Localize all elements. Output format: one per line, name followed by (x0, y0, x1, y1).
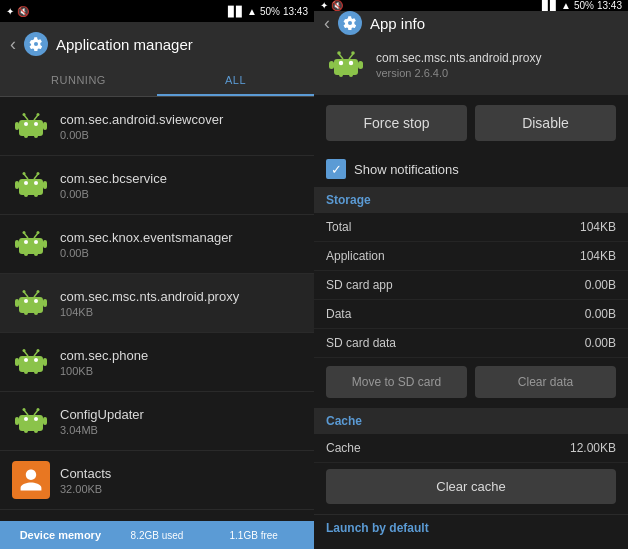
back-button[interactable]: ‹ (10, 34, 16, 55)
svg-rect-12 (15, 181, 19, 189)
cache-value: 12.00KB (570, 441, 616, 455)
svg-rect-4 (34, 129, 38, 138)
storage-row-total: Total 104KB (314, 213, 628, 242)
clear-cache-button[interactable]: Clear cache (326, 469, 616, 504)
svg-rect-0 (19, 120, 43, 136)
svg-rect-81 (349, 68, 353, 77)
svg-point-61 (34, 417, 38, 421)
tab-running[interactable]: RUNNING (0, 66, 157, 96)
disable-button[interactable]: Disable (475, 105, 616, 141)
app-list[interactable]: com.sec.android.sviewcover 0.00B (0, 97, 314, 521)
app-info-4: com.sec.phone 100KB (60, 348, 148, 377)
app-detail-version: version 2.6.4.0 (376, 67, 541, 79)
storage-value-total: 104KB (580, 220, 616, 234)
cache-label: Cache (326, 441, 361, 455)
storage-label-sdcard: SD card app (326, 278, 393, 292)
app-icon-4 (12, 343, 50, 381)
svg-rect-25 (24, 247, 28, 256)
app-detail-header: com.sec.msc.nts.android.proxy version 2.… (314, 35, 628, 95)
app-size-0: 0.00B (60, 129, 223, 141)
storage-row-application: Application 104KB (314, 242, 628, 271)
right-bluetooth-icon: ✦ (320, 0, 328, 11)
storage-row-sdcard: SD card app 0.00B (314, 271, 628, 300)
app-size-6: 32.00KB (60, 483, 111, 495)
clear-data-button[interactable]: Clear data (475, 366, 616, 398)
storage-value-sdcard: 0.00B (585, 278, 616, 292)
notifications-row[interactable]: ✓ Show notifications (314, 151, 628, 187)
svg-rect-14 (24, 188, 28, 197)
battery-text: 50% (260, 6, 280, 17)
tab-all[interactable]: ALL (157, 66, 314, 96)
mute-icon: 🔇 (17, 6, 29, 17)
action-buttons-row: Force stop Disable (314, 95, 628, 151)
left-header-title: Application manager (56, 36, 193, 53)
svg-point-39 (34, 299, 38, 303)
svg-point-64 (23, 408, 26, 411)
app-info-1: com.sec.bcservice 0.00B (60, 171, 167, 200)
svg-rect-33 (19, 297, 43, 313)
svg-rect-34 (15, 299, 19, 307)
svg-rect-58 (24, 424, 28, 433)
right-settings-icon (338, 11, 362, 35)
right-header: ‹ App info (314, 11, 628, 35)
storage-label-sdcard-data: SD card data (326, 336, 396, 350)
svg-rect-57 (43, 417, 47, 425)
storage-value-sdcard-data: 0.00B (585, 336, 616, 350)
list-item[interactable]: com.sec.msc.nts.android.proxy 104KB (0, 274, 314, 333)
svg-point-60 (24, 417, 28, 421)
svg-point-9 (23, 113, 26, 116)
right-mute-icon: 🔇 (331, 0, 343, 11)
app-size-3: 104KB (60, 306, 239, 318)
app-icon-6 (12, 461, 50, 499)
list-item[interactable]: com.sec.bcservice 0.00B (0, 156, 314, 215)
svg-point-82 (339, 61, 343, 65)
svg-rect-56 (15, 417, 19, 425)
svg-rect-37 (34, 306, 38, 315)
app-size-2: 0.00B (60, 247, 233, 259)
left-header: ‹ Application manager (0, 22, 314, 66)
svg-point-50 (34, 358, 38, 362)
notifications-label: Show notifications (354, 162, 459, 177)
svg-rect-55 (19, 415, 43, 431)
svg-point-65 (37, 408, 40, 411)
time-left: 13:43 (283, 6, 308, 17)
launch-section-header: Launch by default (314, 514, 628, 541)
svg-rect-47 (24, 365, 28, 374)
svg-rect-13 (43, 181, 47, 189)
list-item[interactable]: Contacts 32.00KB (0, 451, 314, 510)
list-item[interactable]: com.sec.knox.eventsmanager 0.00B (0, 215, 314, 274)
storage-label-total: Total (326, 220, 351, 234)
app-info-2: com.sec.knox.eventsmanager 0.00B (60, 230, 233, 259)
svg-rect-2 (43, 122, 47, 130)
svg-rect-45 (15, 358, 19, 366)
app-name-2: com.sec.knox.eventsmanager (60, 230, 233, 245)
force-stop-button[interactable]: Force stop (326, 105, 467, 141)
svg-rect-46 (43, 358, 47, 366)
move-to-sd-button[interactable]: Move to SD card (326, 366, 467, 398)
svg-rect-78 (329, 61, 334, 69)
svg-line-84 (339, 54, 343, 59)
list-item[interactable]: com.sec.android.sviewcover 0.00B (0, 97, 314, 156)
svg-rect-23 (15, 240, 19, 248)
storage-value-application: 104KB (580, 249, 616, 263)
left-tabs: RUNNING ALL (0, 66, 314, 97)
bluetooth-icon: ✦ (6, 6, 14, 17)
app-name-4: com.sec.phone (60, 348, 148, 363)
list-item[interactable]: Contacts Storage 27.98MB (0, 510, 314, 521)
right-back-button[interactable]: ‹ (324, 13, 330, 34)
app-detail-name: com.sec.msc.nts.android.proxy (376, 51, 541, 65)
right-header-title: App info (370, 15, 425, 32)
list-item[interactable]: com.sec.phone 100KB (0, 333, 314, 392)
app-detail-text: com.sec.msc.nts.android.proxy version 2.… (376, 51, 541, 79)
app-info-6: Contacts 32.00KB (60, 466, 111, 495)
storage-used: 8.2GB used (109, 530, 206, 541)
svg-point-21 (37, 172, 40, 175)
svg-rect-59 (34, 424, 38, 433)
storage-row-data: Data 0.00B (314, 300, 628, 329)
notifications-checkbox[interactable]: ✓ (326, 159, 346, 179)
no-defaults-text: No defaults set (314, 541, 628, 549)
list-item[interactable]: ConfigUpdater 3.04MB (0, 392, 314, 451)
app-name-5: ConfigUpdater (60, 407, 144, 422)
storage-label-application: Application (326, 249, 385, 263)
app-detail-icon (326, 45, 366, 85)
